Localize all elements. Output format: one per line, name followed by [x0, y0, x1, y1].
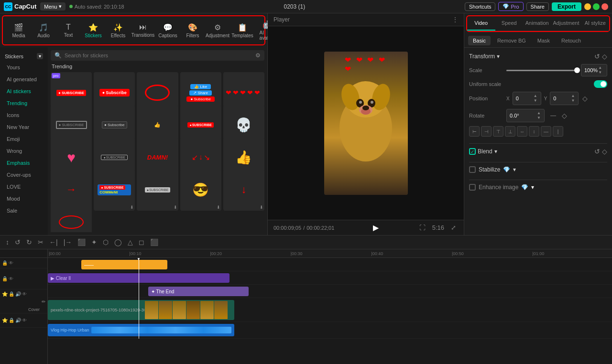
tab-video[interactable]: Video	[467, 16, 495, 31]
play-button[interactable]: ▶	[373, 223, 379, 232]
scale-value[interactable]: 100% ▲ ▼	[581, 64, 607, 76]
sidebar-item-cover-ups[interactable]: Cover-ups	[2, 169, 46, 181]
rotate-field[interactable]: 0.0° ▲ ▼	[506, 109, 545, 122]
trim-right-button[interactable]: |→	[62, 237, 74, 247]
sidebar-item-emphasis[interactable]: Emphasis	[2, 157, 46, 169]
tool-select[interactable]: ↕	[4, 237, 11, 247]
rotate-keyframe-button[interactable]: ◇	[562, 112, 567, 119]
split-button[interactable]: ✂	[36, 237, 45, 247]
track-sticker-icon-2[interactable]: ⭐	[2, 318, 8, 323]
toolbar-transitions[interactable]: ⏭ Transitions	[131, 21, 155, 40]
sidebar-item-trending[interactable]: Trending	[2, 97, 46, 109]
stabilize-checkbox[interactable]	[469, 166, 476, 173]
blend-keyframe-button[interactable]: ◇	[602, 148, 607, 155]
track-eye-icon-4[interactable]: 👁	[22, 318, 27, 323]
position-x-field[interactable]: 0 ▲ ▼	[513, 92, 541, 105]
toolbar-filters[interactable]: 🎨 Filters	[181, 21, 205, 40]
sidebar-item-icons[interactable]: Icons	[2, 109, 46, 121]
toolbar-audio[interactable]: 🎵 Audio	[32, 21, 55, 40]
rotate-stepper[interactable]: ▲ ▼	[536, 111, 541, 120]
sidebar-item-sale[interactable]: Sale	[2, 205, 46, 216]
text-clip-2[interactable]: ✦ The End	[148, 287, 249, 296]
blend-reset-button[interactable]: ↺	[594, 148, 600, 155]
square-button[interactable]: ⬛	[148, 237, 160, 247]
transform-keyframe-button[interactable]: ◇	[602, 53, 607, 60]
track-audio-icon[interactable]: 🔊	[15, 291, 21, 297]
fullscreen-button[interactable]: ⛶	[417, 223, 427, 232]
sticker-comment[interactable]: ● SUBSCRIBE COMMeNt ⬇	[94, 169, 135, 210]
transform-reset-button[interactable]: ↺	[594, 53, 600, 60]
sticker-item[interactable]: ↓ ⬇	[223, 169, 264, 210]
sticker-item[interactable]: ⬇	[51, 202, 92, 232]
track-lock-icon-2[interactable]: 🔒	[2, 276, 8, 281]
uniform-scale-toggle[interactable]	[594, 80, 607, 88]
sub-tab-retouch[interactable]: Retouch	[557, 36, 586, 45]
position-keyframe-button[interactable]: ◇	[582, 95, 588, 102]
align-center-h-button[interactable]: ⊣	[481, 126, 492, 137]
sidebar-item-emoji[interactable]: Emoji	[2, 133, 46, 145]
align-right-button[interactable]: ⊤	[493, 126, 503, 137]
maximize-button[interactable]	[593, 3, 600, 10]
search-input[interactable]	[65, 53, 251, 58]
video-clip[interactable]: pexels-rdne-stock-project-7516705-1080x1…	[48, 300, 234, 320]
track-audio-icon-2[interactable]: 🔊	[15, 318, 21, 323]
undo-button[interactable]: ↺	[13, 237, 22, 247]
sticker-clip[interactable]: ——	[81, 260, 167, 269]
sticker-item[interactable]: ●SUBSCRIBE ⬇	[137, 169, 178, 210]
toolbar-effects[interactable]: ✨ Effects	[106, 21, 130, 40]
x-down-button[interactable]: ▼	[533, 98, 538, 103]
sidebar-item-yours[interactable]: Yours	[2, 62, 46, 73]
stickers-dropdown[interactable]: ▾	[37, 53, 43, 59]
track-lock-icon-3[interactable]: 🔒	[9, 291, 14, 297]
sub-tab-basic[interactable]: Basic	[468, 36, 491, 45]
rotate-down-button[interactable]: ▼	[536, 116, 541, 120]
close-button[interactable]	[601, 3, 608, 10]
x-stepper[interactable]: ▲ ▼	[533, 94, 538, 103]
align-left-button[interactable]: ⊢	[469, 126, 480, 137]
y-down-button[interactable]: ▼	[570, 98, 575, 103]
tab-speed[interactable]: Speed	[495, 16, 524, 31]
export-button[interactable]: Export	[552, 2, 581, 11]
y-up-button[interactable]: ▲	[570, 94, 575, 98]
sidebar-item-ai-stickers[interactable]: AI stickers	[2, 86, 46, 97]
toolbar-text[interactable]: T Text	[56, 21, 80, 40]
pro-button[interactable]: 💎 Pro	[498, 2, 523, 11]
toolbar-stickers[interactable]: ⭐ Stickers	[81, 21, 105, 40]
x-up-button[interactable]: ▲	[533, 94, 538, 98]
track-lock-icon-4[interactable]: 🔒	[9, 318, 14, 323]
audio-clip[interactable]: Vlog Hip-Hop Urban	[48, 324, 234, 336]
toolbar-adjustment[interactable]: ⚙ Adjustment	[206, 21, 230, 40]
tab-adjustment[interactable]: Adjustment	[551, 16, 581, 31]
triangle-button[interactable]: △	[126, 237, 135, 247]
player-menu-icon[interactable]: ⋮	[452, 16, 458, 23]
track-eye-icon-2[interactable]: 👁	[9, 276, 13, 281]
shape-button[interactable]: ⬡	[101, 237, 110, 247]
scale-up-button[interactable]: ▲	[598, 65, 602, 70]
menu-button[interactable]: Menu ▾	[40, 2, 66, 11]
redo-button[interactable]: ↻	[24, 237, 34, 247]
blend-checkbox[interactable]: ✓	[469, 148, 476, 155]
position-y-field[interactable]: 0 ▲ ▼	[550, 92, 579, 105]
tab-animation[interactable]: Animation	[523, 16, 551, 31]
tab-ai-stylize[interactable]: AI stylize	[581, 16, 610, 31]
enhance-checkbox[interactable]	[469, 184, 476, 191]
align-spread-h-button[interactable]: —	[541, 126, 551, 137]
sidebar-item-love[interactable]: LOVE	[2, 181, 46, 193]
minimize-button[interactable]	[584, 3, 591, 10]
toolbar-media[interactable]: 🎬 Media	[7, 21, 31, 40]
track-sticker-icon[interactable]: ⭐	[2, 291, 8, 297]
toolbar-captions[interactable]: 💬 Captions	[156, 21, 180, 40]
sidebar-item-ai-generated[interactable]: AI generated	[2, 74, 46, 85]
toolbar-templates[interactable]: 📋 Templates	[230, 21, 254, 40]
expand-button[interactable]: ⤢	[449, 223, 458, 232]
mask-tl-button[interactable]: ✦	[89, 237, 99, 247]
shortcuts-button[interactable]: Shortcuts	[465, 2, 495, 11]
y-stepper[interactable]: ▲ ▼	[570, 94, 575, 103]
align-bottom-button[interactable]: ↕	[529, 126, 539, 137]
sub-tab-remove-bg[interactable]: Remove BG	[492, 36, 531, 45]
sidebar-item-wrong[interactable]: Wrong	[2, 145, 46, 157]
scale-stepper[interactable]: ▲ ▼	[598, 65, 602, 75]
align-center-v-button[interactable]: ↔	[517, 126, 527, 137]
sticker-item[interactable]: 😎 ⬇	[180, 169, 221, 210]
aspect-ratio-button[interactable]: 5:16	[430, 223, 446, 232]
